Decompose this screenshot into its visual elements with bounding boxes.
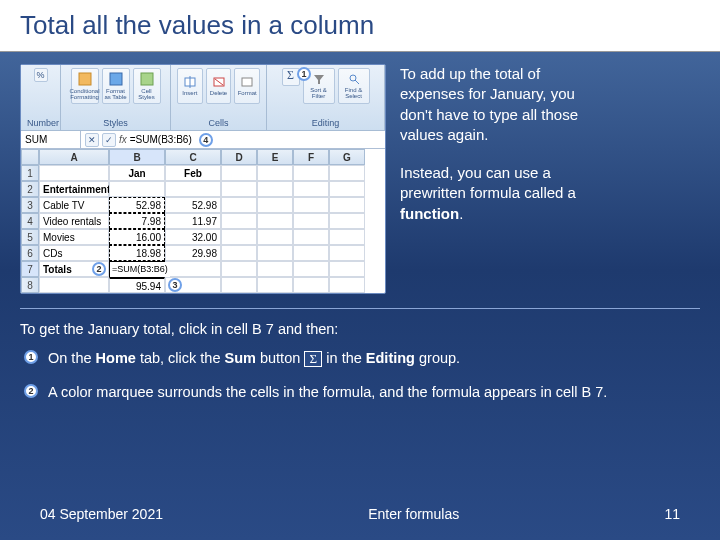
lower-content: To get the January total, click in cell … — [0, 319, 720, 402]
cell — [329, 181, 365, 197]
side-paragraph-2: Instead, you can use a prewritten formul… — [400, 163, 592, 224]
cell — [221, 181, 257, 197]
cell: 52.98 — [165, 197, 221, 213]
step-2-number: 2 — [24, 384, 38, 398]
cell — [329, 245, 365, 261]
callout-1: 1 — [297, 67, 311, 81]
active-cell: =SUM(B3:B6) — [109, 261, 165, 277]
cell: CDs — [39, 245, 109, 261]
cell — [221, 277, 257, 293]
row-4: 4 — [21, 213, 39, 229]
svg-rect-2 — [141, 73, 153, 85]
cell — [165, 261, 221, 277]
footer-page: 11 — [664, 506, 680, 522]
cell — [221, 261, 257, 277]
cell: Jan — [109, 165, 165, 181]
cell: 11.97 — [165, 213, 221, 229]
ribbon-label-editing: Editing — [273, 116, 378, 128]
cell — [293, 181, 329, 197]
cell: Totals 2 — [39, 261, 109, 277]
cell: Cable TV — [39, 197, 109, 213]
lower-intro: To get the January total, click in cell … — [20, 321, 700, 337]
excel-screenshot: % Number Conditional Formatting Format a… — [20, 64, 386, 294]
formula-in-cell: =SUM(B3:B6) — [110, 262, 170, 277]
ribbon: % Number Conditional Formatting Format a… — [21, 65, 385, 131]
cancel-icon: ✕ — [85, 133, 99, 147]
side-paragraph-1: To add up the total of expenses for Janu… — [400, 64, 592, 145]
cell — [329, 261, 365, 277]
cell — [293, 213, 329, 229]
col-g: G — [329, 149, 365, 165]
cell — [293, 245, 329, 261]
slide-title: Total all the values in a column — [20, 10, 700, 41]
number-format-icon: % — [34, 68, 48, 82]
select-all-corner — [21, 149, 39, 165]
format-table-icon: Format as Table — [102, 68, 130, 104]
svg-marker-8 — [314, 75, 324, 84]
cell — [39, 277, 109, 293]
footer-center: Enter formulas — [368, 506, 459, 522]
svg-rect-1 — [110, 73, 122, 85]
cell — [257, 165, 293, 181]
find-select-icon: Find & Select — [338, 68, 370, 104]
col-c: C — [165, 149, 221, 165]
cell-marquee: 7.98 — [109, 213, 165, 229]
cell — [221, 165, 257, 181]
cell — [257, 213, 293, 229]
cell — [257, 197, 293, 213]
conditional-formatting-icon: Conditional Formatting — [71, 68, 99, 104]
cell — [165, 181, 221, 197]
enter-icon: ✓ — [102, 133, 116, 147]
cell — [109, 181, 165, 197]
cell — [329, 197, 365, 213]
row-1: 1 — [21, 165, 39, 181]
ribbon-label-cells: Cells — [177, 116, 260, 128]
svg-line-10 — [355, 80, 359, 84]
fx-icon: fx — [119, 134, 127, 145]
cell: 32.00 — [165, 229, 221, 245]
cell: Entertainment — [39, 181, 109, 197]
row-7: 7 — [21, 261, 39, 277]
svg-rect-0 — [79, 73, 91, 85]
ribbon-group-editing: 1 Σ Sort & Filter Find & Select Editing — [267, 65, 385, 130]
formula-area: ✕ ✓ fx =SUM(B3:B6) 4 — [81, 131, 385, 148]
step-1-number: 1 — [24, 350, 38, 364]
cell — [293, 261, 329, 277]
cell — [221, 197, 257, 213]
cell — [329, 165, 365, 181]
cell — [257, 181, 293, 197]
cell-value: 95.94 — [136, 281, 161, 292]
cell — [293, 229, 329, 245]
step-1: 1 On the Home tab, click the Sum button … — [20, 349, 700, 369]
row-8: 8 — [21, 277, 39, 293]
cell: Video rentals — [39, 213, 109, 229]
row-2: 2 — [21, 181, 39, 197]
cell — [329, 277, 365, 293]
cell — [329, 213, 365, 229]
delete-icon: Delete — [206, 68, 232, 104]
footer-date: 04 September 2021 — [40, 506, 163, 522]
ribbon-group-styles: Conditional Formatting Format as Table C… — [61, 65, 171, 130]
cell — [39, 165, 109, 181]
cell: 3 — [165, 277, 221, 293]
col-e: E — [257, 149, 293, 165]
cell — [221, 213, 257, 229]
format-icon: Format — [234, 68, 260, 104]
divider — [20, 308, 700, 309]
cell — [257, 245, 293, 261]
cell — [293, 277, 329, 293]
name-box: SUM — [21, 131, 81, 148]
cell: Movies — [39, 229, 109, 245]
ribbon-group-cells: Insert Delete Format Cells — [171, 65, 267, 130]
sigma-inline-icon: Σ — [304, 351, 322, 367]
footer: 04 September 2021 Enter formulas 11 — [0, 506, 720, 522]
cell — [257, 261, 293, 277]
row-3: 3 — [21, 197, 39, 213]
worksheet: A B C D E F G 1 Jan Feb 2 Entertainment … — [21, 149, 385, 293]
formula-bar: SUM ✕ ✓ fx =SUM(B3:B6) 4 — [21, 131, 385, 149]
ribbon-label-styles: Styles — [67, 116, 164, 128]
upper-content: % Number Conditional Formatting Format a… — [0, 52, 720, 304]
cell-marquee: 18.98 — [109, 245, 165, 261]
callout-3: 3 — [168, 278, 182, 292]
col-d: D — [221, 149, 257, 165]
